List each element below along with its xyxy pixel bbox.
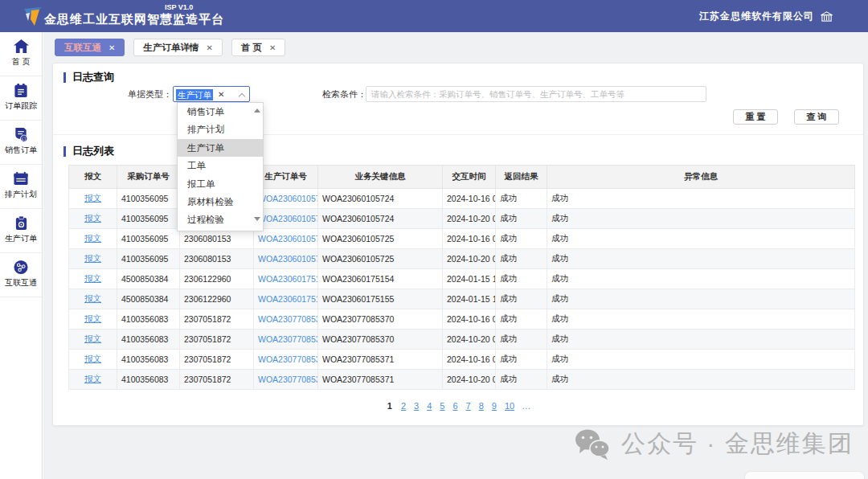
production-order-link[interactable]: WOA23060175155: [258, 294, 318, 304]
tab-bar: 互联互通 ✕ 生产订单详情 ✕ 首 页 ✕: [43, 32, 868, 63]
production-order-link[interactable]: WOA23060175154: [258, 274, 318, 284]
log-query-section-header: 日志查询: [63, 70, 114, 84]
search-condition-label: 检索条件：: [318, 88, 366, 100]
message-link[interactable]: 报文: [84, 233, 101, 243]
dropdown-option[interactable]: 过程检验: [178, 211, 263, 228]
section-accent-bar: [63, 72, 66, 83]
production-order-link[interactable]: WOA23077085370: [258, 314, 318, 324]
message-link[interactable]: 报文: [84, 374, 101, 383]
page-more[interactable]: …: [522, 401, 530, 411]
production-order-link[interactable]: WOA23060105725: [258, 254, 318, 264]
production-order-link[interactable]: WOA23077085370: [258, 334, 318, 344]
page-link[interactable]: 4: [427, 401, 432, 411]
production-order-link[interactable]: WOA23060105724: [258, 194, 318, 203]
sidebar-item-home[interactable]: 首 页: [0, 32, 42, 76]
app-window: ISP V1.0 金思维工业互联网智慧监造平台 江苏金思维软件有限公司 首 页: [0, 0, 868, 479]
table-cell: 4100356095: [117, 189, 180, 209]
page-link[interactable]: 5: [440, 401, 444, 411]
production-order-link[interactable]: WOA23077085371: [258, 375, 318, 384]
dropdown-option[interactable]: 出厂检验: [178, 229, 263, 231]
table-cell: 2024-10-20 08:52:46: [443, 330, 496, 350]
table-cell: 2024-01-15 10:00:46: [443, 289, 496, 309]
production-order-link[interactable]: WOA23077085371: [258, 354, 318, 364]
message-cell: 报文: [69, 330, 117, 350]
dropdown-option[interactable]: 报工单: [178, 175, 263, 193]
sidebar-item-interconnect[interactable]: 互联互通: [0, 253, 42, 297]
clear-icon[interactable]: ✕: [218, 89, 224, 100]
table-cell: 4100356083: [117, 370, 180, 390]
tab-production-order-detail[interactable]: 生产订单详情 ✕: [133, 39, 222, 56]
table-cell: 2306080153: [180, 249, 254, 269]
dropdown-option[interactable]: 排产计划: [178, 121, 263, 138]
dropdown-option[interactable]: 工单: [178, 157, 263, 174]
table-cell: 成功: [496, 269, 547, 289]
page-current[interactable]: 1: [387, 401, 392, 411]
doc-type-selected-value: 生产订单: [176, 89, 213, 100]
tab-interconnect[interactable]: 互联互通 ✕: [55, 39, 125, 56]
close-icon[interactable]: ✕: [108, 43, 115, 52]
message-link[interactable]: 报文: [84, 193, 101, 203]
table-cell: 4500850384: [117, 269, 180, 289]
message-link[interactable]: 报文: [84, 313, 101, 323]
message-link[interactable]: 报文: [84, 334, 101, 343]
doc-type-select[interactable]: 生产订单 ✕: [173, 86, 250, 102]
dropdown-option[interactable]: 生产订单: [178, 139, 263, 157]
production-order-cell: WOA23060175155: [254, 289, 318, 309]
production-order-cell: WOA23077085370: [254, 309, 318, 330]
table-cell: 2024-10-20 08:52:47: [443, 370, 496, 390]
sidebar-item-order-tracking[interactable]: 订单跟踪: [0, 76, 42, 121]
table-cell: WOA23077085371: [318, 350, 443, 370]
building-icon: [821, 10, 833, 23]
page-link[interactable]: 9: [492, 401, 497, 411]
tab-home[interactable]: 首 页 ✕: [231, 39, 286, 56]
sidebar-item-production-plan[interactable]: 排产计划: [0, 165, 42, 209]
chevron-up-icon[interactable]: [240, 92, 245, 98]
table-cell: 2307051872: [180, 330, 254, 350]
message-link[interactable]: 报文: [84, 273, 101, 283]
page-link[interactable]: 3: [414, 401, 419, 411]
production-order-link[interactable]: WOA23060105724: [258, 214, 318, 223]
reset-button[interactable]: 重 置: [733, 109, 778, 125]
page-link[interactable]: 6: [452, 401, 457, 411]
sidebar-item-sales-order[interactable]: 订 销售订单: [0, 121, 42, 165]
page-link[interactable]: 2: [401, 401, 406, 411]
production-order-link[interactable]: WOA23060105725: [258, 234, 318, 244]
message-link[interactable]: 报文: [84, 293, 101, 303]
table-cell: 成功: [547, 229, 855, 249]
table-cell: 2024-10-16 09:30:55: [443, 350, 496, 370]
page-link[interactable]: 10: [505, 401, 514, 411]
table-cell: 成功: [547, 289, 855, 309]
page-link[interactable]: 7: [466, 401, 471, 411]
query-button[interactable]: 查 询: [794, 109, 839, 125]
table-cell: 2024-01-15 10:00:59: [443, 269, 496, 289]
table-cell: 4100356095: [117, 229, 180, 249]
table-cell: 2307051872: [180, 309, 254, 330]
search-input[interactable]: [366, 86, 706, 102]
page-link[interactable]: 8: [479, 401, 484, 411]
svg-text:订: 订: [22, 136, 27, 141]
dropdown-option[interactable]: 销售订单: [178, 103, 263, 121]
table-cell: 成功: [496, 229, 547, 249]
table-cell: WOA23060175155: [318, 289, 443, 309]
table-cell: WOA23060105725: [318, 229, 443, 249]
message-link[interactable]: 报文: [84, 253, 101, 263]
scroll-up-icon[interactable]: [254, 108, 260, 113]
floating-toolbar: [744, 471, 865, 479]
message-link[interactable]: 报文: [84, 213, 101, 223]
table-row: 报文41003560832307051872WOA23077085370WOA2…: [69, 330, 855, 350]
dropdown-option[interactable]: 原材料检验: [178, 193, 263, 211]
sidebar-item-production-order[interactable]: 生产订单: [0, 209, 42, 253]
close-icon[interactable]: ✕: [269, 43, 276, 52]
message-cell: 报文: [69, 350, 117, 370]
table-row: 报文45008503842306122960WOA23060175154WOA2…: [69, 269, 855, 289]
table-cell: 2024-10-16 09:30:54: [443, 309, 496, 330]
close-icon[interactable]: ✕: [206, 43, 212, 52]
production-order-icon: [14, 215, 28, 231]
table-cell: 2307051872: [180, 350, 254, 370]
table-cell: 成功: [496, 209, 547, 229]
scroll-down-icon[interactable]: [254, 217, 260, 221]
table-row: 报文41003560832307051872WOA23077085371WOA2…: [69, 370, 855, 390]
table-cell: WOA23060105725: [318, 249, 443, 269]
table-cell: 成功: [496, 330, 547, 350]
message-link[interactable]: 报文: [84, 354, 101, 363]
